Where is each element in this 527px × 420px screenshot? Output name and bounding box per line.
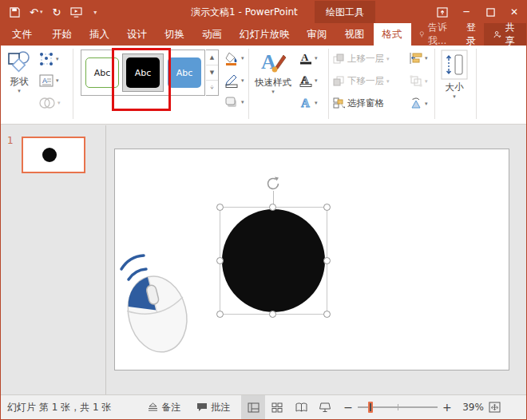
zoom-slider[interactable] [358,402,438,413]
resize-handle-s[interactable] [269,311,276,318]
send-backward-caret: ▾ [386,78,390,85]
size-label: 大小 [446,81,464,93]
resize-handle-n[interactable] [269,204,276,211]
size-icon [441,50,468,80]
slide-thumbnails-panel: 1 [1,125,106,394]
tab-insert[interactable]: 插入 [81,23,118,46]
shape-style-blue-fill[interactable]: Abc [168,57,201,88]
comments-button[interactable]: 批注 [188,395,238,419]
resize-handle-nw[interactable] [216,204,224,211]
tab-review[interactable]: 审阅 [299,23,336,46]
text-box-button[interactable]: A ▾ [39,74,59,87]
tab-format-active[interactable]: 格式 [374,23,411,46]
slide-number: 1 [7,135,14,146]
gallery-scroll-up[interactable]: ▲ [206,50,218,65]
bring-forward-icon [333,53,345,65]
maximize-button[interactable] [478,1,502,23]
slide-thumbnail-1[interactable] [22,137,85,173]
tab-animations[interactable]: 动画 [193,23,231,46]
selection-pane-button[interactable]: 选择窗格 [333,97,384,109]
sign-in-button[interactable]: 登录 [458,23,484,46]
minimize-button[interactable]: ─ [454,1,478,23]
text-fill-button[interactable]: A ▾ [299,51,318,65]
group-objects-caret: ▾ [425,78,428,85]
text-box-icon: A [39,74,53,87]
notes-button[interactable]: 备注 [140,395,188,419]
shapes-caret: ▾ [18,88,21,94]
status-bar: 幻灯片 第 1 张，共 1 张 备注 批注 − [1,394,526,419]
shape-effects-button[interactable]: ▾ [224,96,244,109]
slide-sorter-view-button[interactable] [265,395,289,419]
zoom-in-button[interactable]: + [442,401,452,414]
rotate-arrow-icon [264,175,282,192]
ribbon-format: 形状 ▾ ▾ A ▾ ▾ 插入形状 Abc Abc Abc ▲ ▼ ⩒ [1,46,526,125]
fit-to-window-icon[interactable] [489,402,501,413]
slide-sorter-icon [271,402,283,413]
text-effects-button[interactable]: A ▾ [299,96,318,109]
bring-forward-button[interactable]: 上移一层 ▾ [333,53,390,65]
group-separator [434,49,435,119]
edit-shape-button[interactable]: ▾ [39,52,59,66]
text-effects-caret: ▾ [315,100,318,106]
undo-icon: ↶ [30,6,38,18]
quick-styles-label: 快速样式 [255,77,291,89]
save-button[interactable] [6,2,24,22]
customize-qat-button[interactable]: ▾ [88,2,101,22]
redo-button[interactable]: ↻ [48,2,65,22]
resize-handle-se[interactable] [323,311,331,318]
merge-shapes-button[interactable]: ▾ [39,97,61,109]
text-outline-icon: A [299,73,312,87]
ribbon-display-options-icon [437,7,448,18]
zoom-percentage[interactable]: 39% [457,402,484,413]
slideshow-view-button[interactable] [313,395,337,419]
close-button[interactable]: ✕ [502,1,526,23]
share-button[interactable]: 共享 [484,23,527,46]
black-circle-shape[interactable] [222,209,325,312]
resize-handle-w[interactable] [216,257,224,264]
tab-design[interactable]: 设计 [118,23,156,46]
annotation-highlight-box [112,48,171,111]
redo-icon: ↻ [52,6,61,18]
svg-text:A: A [301,73,309,85]
selection-pane-label: 选择窗格 [347,97,384,109]
rotation-handle[interactable] [264,175,282,195]
shapes-gallery-button[interactable]: 形状 ▾ [7,50,31,94]
tell-me-box[interactable]: 告诉我... [411,23,458,46]
tab-view[interactable]: 视图 [336,23,374,46]
thumbnail-circle-shape [42,148,57,162]
normal-view-button[interactable] [241,395,265,419]
quick-styles-button[interactable]: A 快速样式 ▾ [255,50,291,95]
resize-handle-ne[interactable] [323,204,331,211]
reading-view-button[interactable] [289,395,313,419]
send-backward-button[interactable]: 下移一层 ▾ [333,75,390,87]
align-button[interactable]: ▾ [410,53,428,64]
shape-outline-button[interactable]: ▾ [224,73,244,88]
group-objects-button[interactable]: ▾ [410,75,428,87]
tab-transitions[interactable]: 切换 [156,23,193,46]
shape-effects-caret: ▾ [241,99,244,105]
zoom-slider-thumb[interactable] [368,402,373,413]
save-icon [10,7,20,18]
undo-button[interactable]: ↶▾ [26,2,46,22]
ribbon-display-options-button[interactable] [430,1,454,23]
gallery-scroll-down[interactable]: ▼ [206,65,218,81]
rotate-objects-icon [410,97,422,109]
tab-home[interactable]: 开始 [43,23,81,46]
undo-dropdown-caret[interactable]: ▾ [40,9,43,15]
shape-fill-icon [224,51,239,65]
gallery-more-button[interactable]: ⩒ [206,81,218,95]
resize-handle-e[interactable] [323,257,331,264]
start-slideshow-button[interactable] [66,2,86,22]
tab-file[interactable]: 文件 [1,23,43,46]
text-outline-button[interactable]: A ▾ [299,73,318,87]
resize-handle-sw[interactable] [216,311,224,318]
size-button[interactable]: 大小 ▾ [441,50,468,100]
svg-text:A: A [42,77,47,85]
rotate-objects-button[interactable]: ▾ [410,97,428,109]
zoom-out-button[interactable]: − [343,401,353,414]
slide-editing-surface[interactable] [114,149,509,370]
bring-forward-caret: ▾ [386,56,390,62]
tab-slideshow[interactable]: 幻灯片放映 [231,23,299,46]
shape-fill-button[interactable]: ▾ [224,51,244,65]
zoom-slider-center-tick [398,404,398,410]
